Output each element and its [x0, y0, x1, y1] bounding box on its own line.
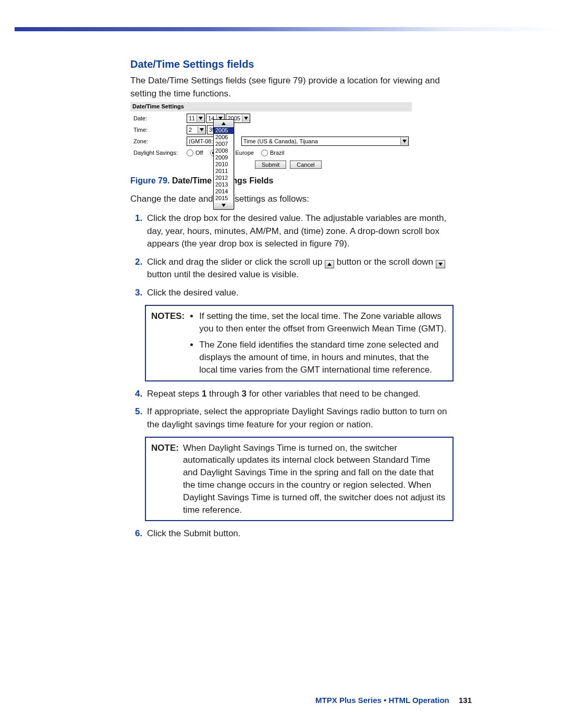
row-daylight: Daylight Savings: Off Europe Brazil: [133, 148, 409, 157]
step-4-b: 1: [202, 389, 206, 399]
year-list-body: 2005 2006 2007 2008 2009 2010 2011 2012 …: [214, 127, 234, 202]
page-content: Date/Time Settings fields The Date/Time …: [130, 58, 454, 546]
dropdown-hour-value: 2: [187, 126, 198, 134]
note-label: NOTE:: [151, 442, 179, 454]
steps-list: Click the drop box for the desired value…: [130, 212, 454, 300]
step-2-text-a: Click and drag the slider or click the s…: [147, 257, 325, 267]
radio-off[interactable]: [187, 150, 193, 156]
dropdown-zone-name-value: Time (US & Canada), Tijuana: [242, 137, 400, 145]
step-5: If appropriate, select the appropriate D…: [145, 405, 454, 431]
dropdown-month-value: 11: [187, 114, 197, 122]
notes-item: The Zone field identifies the standard t…: [199, 339, 447, 376]
scroll-up-icon[interactable]: [214, 120, 233, 127]
note-text: When Daylight Savings Time is turned on,…: [183, 442, 447, 516]
year-option[interactable]: 2011: [214, 168, 234, 175]
scroll-down-icon: [436, 260, 445, 268]
radio-off-label: Off: [195, 150, 203, 156]
dropdown-zone-name[interactable]: Time (US & Canada), Tijuana: [241, 137, 409, 146]
chevron-down-icon[interactable]: [198, 126, 205, 133]
step-3-text: Click the desired value.: [147, 288, 239, 298]
year-option[interactable]: 2008: [214, 147, 234, 154]
step-1: Click the drop box for the desired value…: [145, 212, 454, 251]
cancel-button[interactable]: Cancel: [290, 161, 321, 169]
step-4: Repeat steps 1 through 3 for other varia…: [145, 388, 454, 401]
year-option[interactable]: 2006: [214, 134, 234, 141]
notes-list: If setting the time, set the local time.…: [189, 310, 447, 376]
step-2: Click and drag the slider or click the s…: [145, 256, 454, 281]
steps-list-final: Click the Submit button.: [130, 527, 454, 540]
figure-79: Date/Time Settings Date: 11 14 2005: [130, 102, 412, 172]
step-4-e: for other variables that need to be chan…: [247, 389, 421, 399]
step-4-a: Repeat steps: [147, 389, 202, 399]
footer-text: MTPX Plus Series • HTML Operation: [315, 696, 449, 705]
year-option[interactable]: 2015: [214, 195, 234, 202]
svg-marker-5: [402, 140, 407, 143]
year-option[interactable]: 2009: [214, 154, 234, 161]
row-date: Date: 11 14 2005: [133, 114, 409, 123]
chevron-down-icon[interactable]: [242, 115, 250, 122]
year-option[interactable]: 2007: [214, 141, 234, 147]
note-box-2: NOTE: When Daylight Savings Time is turn…: [145, 437, 454, 522]
step-6: Click the Submit button.: [145, 527, 454, 540]
step-5-text: If appropriate, select the appropriate D…: [147, 406, 447, 429]
radio-europe-label: Europe: [235, 150, 253, 156]
scroll-down-icon[interactable]: [214, 202, 233, 208]
label-date: Date:: [133, 115, 187, 121]
year-dropdown-expanded[interactable]: 2005 2006 2007 2008 2009 2010 2011 2012 …: [213, 119, 234, 209]
scroll-up-icon: [325, 260, 334, 268]
row-zone: Zone: (GMT-08:00 Time (US & Canada), Tij…: [133, 137, 409, 146]
notes-item: If setting the time, set the local time.…: [199, 310, 447, 335]
label-zone: Zone:: [133, 138, 187, 144]
radio-brazil-label: Brazil: [270, 150, 285, 156]
figure-caption: Figure 79. Date/Time Settings Fields: [130, 176, 454, 186]
label-time: Time:: [133, 127, 187, 133]
row-time: Time: 2 35: [133, 125, 409, 134]
year-option[interactable]: 2014: [214, 188, 234, 195]
year-option-selected[interactable]: 2005: [214, 127, 234, 134]
step-2-text-b: button or the scroll down: [337, 257, 436, 267]
svg-marker-6: [222, 122, 226, 125]
header-gradient-bar: [15, 27, 563, 31]
svg-marker-9: [438, 263, 443, 266]
notes-box-1: NOTES: If setting the time, set the loca…: [145, 305, 454, 381]
step-3: Click the desired value.: [145, 287, 454, 300]
step-1-text: Click the drop box for the desired value…: [147, 213, 446, 249]
svg-marker-7: [222, 204, 226, 207]
submit-button[interactable]: Submit: [255, 161, 286, 169]
steps-list-continued: Repeat steps 1 through 3 for other varia…: [130, 388, 454, 431]
figure-title-bar: Date/Time Settings: [130, 102, 412, 112]
page-number: 131: [459, 696, 472, 705]
figure-body: Date: 11 14 2005 Time: [130, 112, 412, 172]
dropdown-month[interactable]: 11: [187, 114, 205, 123]
figure-caption-prefix: Figure 79.: [130, 176, 170, 185]
step-4-d: 3: [241, 389, 246, 399]
step-2-text-c: button until the desired value is visibl…: [147, 269, 299, 279]
svg-marker-8: [327, 263, 332, 266]
change-intro: Change the date and time settings as fol…: [130, 193, 454, 206]
step-6-text: Click the Submit button.: [147, 528, 241, 538]
label-daylight: Daylight Savings:: [133, 150, 187, 156]
chevron-down-icon[interactable]: [400, 138, 408, 145]
svg-marker-2: [244, 117, 248, 120]
year-option[interactable]: 2012: [214, 175, 234, 181]
figure-button-row: Submit Cancel: [255, 161, 409, 169]
intro-paragraph: The Date/Time Settings fields (see figur…: [130, 75, 454, 100]
step-4-c: through: [206, 389, 241, 399]
notes-label: NOTES:: [151, 310, 185, 323]
svg-marker-0: [199, 117, 203, 120]
year-option[interactable]: 2013: [214, 181, 234, 188]
document-page: Date/Time Settings fields The Date/Time …: [0, 0, 563, 728]
dropdown-hour[interactable]: 2: [187, 125, 206, 134]
section-title: Date/Time Settings fields: [130, 58, 454, 70]
chevron-down-icon[interactable]: [197, 115, 204, 122]
svg-marker-3: [200, 128, 204, 131]
page-footer: MTPX Plus Series • HTML Operation 131: [315, 696, 472, 705]
radio-brazil[interactable]: [261, 150, 268, 156]
year-option[interactable]: 2010: [214, 161, 234, 168]
